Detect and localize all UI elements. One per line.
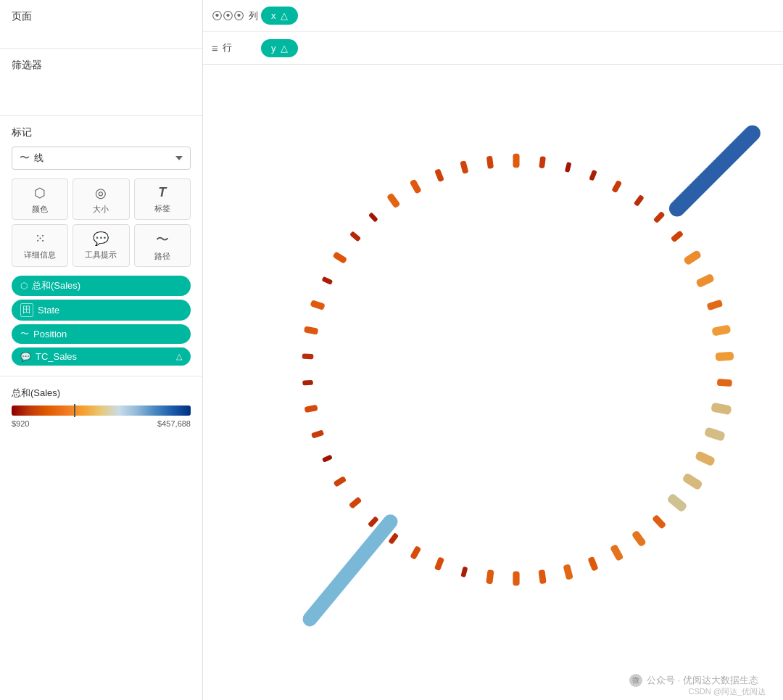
pill-state-label: State: [38, 305, 59, 316]
marks-title: 标记: [12, 126, 191, 139]
color-icon: ⬡: [34, 185, 46, 201]
path-label: 路径: [154, 251, 170, 262]
rows-field-label: y: [271, 43, 276, 54]
detail-button[interactable]: ⁙ 详细信息: [12, 224, 68, 267]
pill-state-icon: 田: [20, 303, 33, 317]
columns-field-label: x: [271, 10, 276, 21]
columns-delta-icon: △: [281, 10, 288, 21]
detail-icon: ⁙: [35, 231, 46, 247]
main-container: 页面 筛选器 标记 〜 线 ⬡ 颜色: [0, 0, 783, 700]
tooltip-button[interactable]: 💬 工具提示: [72, 224, 129, 267]
rows-delta-icon: △: [281, 43, 288, 54]
size-label: 大小: [93, 204, 109, 215]
color-bar-marker: [74, 404, 75, 417]
label-icon: T: [158, 185, 166, 200]
path-button[interactable]: 〜 路径: [134, 224, 191, 267]
columns-field-pill[interactable]: x △: [261, 7, 298, 25]
columns-icon: ⦿⦿⦿: [212, 9, 244, 22]
pill-sales[interactable]: ⬡ 总和(Sales): [12, 276, 191, 296]
visualization-canvas: [203, 65, 783, 700]
chart-area: 微 公众号 · 优阅达大数据生态 CSDN @阿达_优阅达: [203, 65, 783, 700]
page-title: 页面: [12, 10, 191, 23]
chevron-down-icon: [175, 156, 183, 160]
legend-max: $457,688: [157, 419, 191, 428]
pill-tcsales-icon: 💬: [20, 352, 31, 362]
watermark-csdn: CSDN @阿达_优阅达: [688, 686, 766, 697]
mark-type-dropdown[interactable]: 〜 线: [12, 147, 191, 170]
rows-field-pill[interactable]: y △: [261, 39, 298, 57]
detail-label: 详细信息: [24, 250, 56, 260]
label-button[interactable]: T 标签: [134, 178, 191, 220]
rows-icon: ≡: [212, 42, 218, 54]
pill-state[interactable]: 田 State: [12, 300, 191, 321]
pill-position-icon: 〜: [20, 328, 29, 340]
watermark: 微 公众号 · 优阅达大数据生态: [629, 674, 766, 687]
tooltip-icon: 💬: [93, 231, 109, 247]
marks-icon-grid: ⬡ 颜色 ◎ 大小 T 标签 ⁙ 详细信息 💬 工具提示: [12, 178, 191, 267]
color-label: 颜色: [32, 204, 48, 215]
watermark-icon: 微: [629, 674, 642, 687]
shelf-container: ⦿⦿⦿ 列 x △ ≡ 行 y △: [203, 0, 783, 65]
legend-title: 总和(Sales): [12, 387, 191, 400]
pill-tcsales-delta: △: [176, 352, 182, 361]
page-section: 页面: [0, 0, 202, 49]
pill-tcsales[interactable]: 💬 TC_Sales △: [12, 347, 191, 366]
columns-label: 列: [249, 9, 258, 22]
pill-list: ⬡ 总和(Sales) 田 State 〜 Position 💬 TC_Sale…: [12, 276, 191, 366]
mark-type-label: 线: [34, 152, 44, 165]
legend-min: $920: [12, 419, 29, 428]
left-panel: 页面 筛选器 标记 〜 线 ⬡ 颜色: [0, 0, 203, 700]
columns-shelf: ⦿⦿⦿ 列 x △: [203, 0, 783, 32]
legend-labels: $920 $457,688: [12, 419, 191, 428]
pill-sales-icon: ⬡: [20, 281, 28, 291]
color-bar: [12, 405, 191, 416]
color-button[interactable]: ⬡ 颜色: [12, 178, 68, 220]
filter-section: 筛选器: [0, 49, 202, 116]
mark-type-icon: 〜: [20, 152, 30, 165]
filter-title: 筛选器: [12, 59, 191, 72]
pill-tcsales-label: TC_Sales: [36, 351, 77, 362]
pill-position[interactable]: 〜 Position: [12, 324, 191, 344]
pill-position-label: Position: [33, 329, 67, 339]
rows-label: 行: [223, 41, 232, 54]
rows-shelf: ≡ 行 y △: [203, 32, 783, 64]
size-button[interactable]: ◎ 大小: [72, 178, 129, 220]
size-icon: ◎: [95, 185, 107, 201]
right-panel: ⦿⦿⦿ 列 x △ ≡ 行 y △: [203, 0, 783, 700]
pill-sales-label: 总和(Sales): [32, 279, 80, 292]
tooltip-label: 工具提示: [85, 250, 117, 260]
watermark-text: 公众号 · 优阅达大数据生态: [647, 674, 758, 687]
marks-section: 标记 〜 线 ⬡ 颜色 ◎ 大小 T: [0, 116, 202, 376]
label-label: 标签: [154, 203, 170, 214]
path-icon: 〜: [156, 231, 169, 248]
legend-section: 总和(Sales) $920 $457,688: [0, 376, 202, 442]
